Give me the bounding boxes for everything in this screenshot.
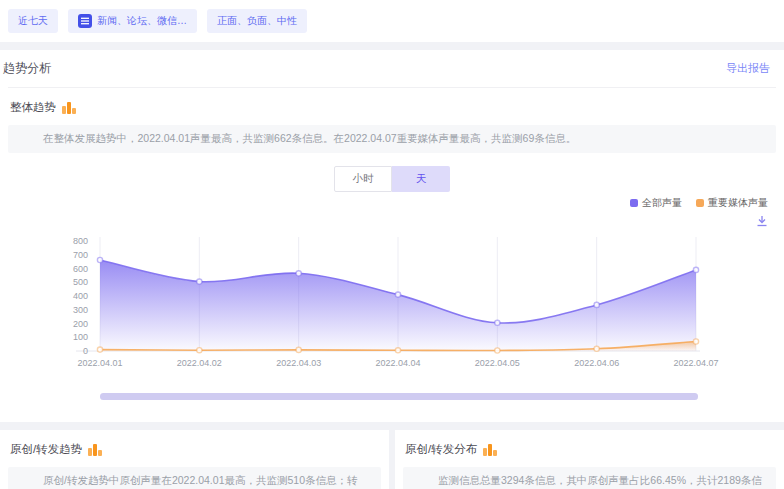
- export-report-link[interactable]: 导出报告: [726, 61, 770, 76]
- filter-bar: 近七天 新闻、论坛、微信… 正面、负面、中性: [0, 0, 784, 42]
- svg-text:300: 300: [73, 305, 88, 315]
- svg-text:0: 0: [83, 346, 88, 356]
- svg-text:2022.04.06: 2022.04.06: [574, 358, 619, 368]
- podium-icon: [88, 443, 102, 456]
- svg-text:2022.04.04: 2022.04.04: [375, 358, 420, 368]
- chart-legend-area: 全部声量重要媒体声量: [8, 192, 776, 227]
- origin-forward-distribution-header: 原创/转发分布: [403, 440, 776, 457]
- overall-trend-summary: 在整体发展趋势中，2022.04.01声量最高，共监测662条信息。在2022.…: [8, 125, 776, 153]
- media-source-chip-label: 新闻、论坛、微信…: [97, 14, 187, 28]
- trend-area-chart[interactable]: 01002003004005006007008002022.04.012022.…: [8, 227, 776, 375]
- time-range-chip-label: 近七天: [18, 14, 48, 28]
- podium-icon: [483, 443, 497, 456]
- card-header: 趋势分析 导出报告: [8, 50, 776, 88]
- svg-text:200: 200: [73, 318, 88, 328]
- svg-text:2022.04.03: 2022.04.03: [276, 358, 321, 368]
- datazoom-track[interactable]: [100, 393, 698, 400]
- svg-text:500: 500: [73, 277, 88, 287]
- trend-analysis-card: 趋势分析 导出报告 整体趋势 在整体发展趋势中，2022.04.01声量最高，共…: [0, 50, 784, 422]
- origin-forward-trend-card: 原创/转发趋势 原创/转发趋势中原创声量在2022.04.01最高，共监测510…: [0, 430, 389, 489]
- podium-icon: [62, 101, 76, 114]
- overall-trend-title: 整体趋势: [10, 100, 56, 115]
- media-source-chip[interactable]: 新闻、论坛、微信…: [68, 9, 197, 33]
- svg-text:100: 100: [73, 332, 88, 342]
- toggle-hour-button[interactable]: 小时: [334, 166, 392, 192]
- sentiment-chip[interactable]: 正面、负面、中性: [207, 9, 307, 33]
- svg-text:400: 400: [73, 291, 88, 301]
- chart-legend: 全部声量重要媒体声量: [630, 196, 768, 210]
- datazoom-slider[interactable]: [100, 393, 698, 400]
- origin-forward-distribution-summary: 监测信息总量3294条信息，其中原创声量占比66.45%，共计2189条信息；转…: [403, 467, 776, 489]
- svg-text:2022.04.05: 2022.04.05: [475, 358, 520, 368]
- overall-trend-header: 整体趋势: [8, 88, 776, 125]
- download-chart-icon[interactable]: [756, 215, 768, 227]
- origin-forward-trend-summary: 原创/转发趋势中原创声量在2022.04.01最高，共监测510条信息；转发声量…: [8, 467, 381, 489]
- toggle-day-button[interactable]: 天: [392, 166, 450, 192]
- origin-forward-trend-header: 原创/转发趋势: [8, 440, 381, 457]
- svg-text:800: 800: [73, 236, 88, 246]
- legend-item[interactable]: 全部声量: [630, 196, 682, 210]
- legend-swatch: [630, 199, 638, 207]
- svg-text:2022.04.02: 2022.04.02: [177, 358, 222, 368]
- legend-swatch: [696, 199, 704, 207]
- granularity-toggle: 小时 天: [8, 166, 776, 192]
- sentiment-chip-label: 正面、负面、中性: [217, 14, 297, 28]
- legend-item[interactable]: 重要媒体声量: [696, 196, 768, 210]
- svg-text:700: 700: [73, 250, 88, 260]
- origin-forward-trend-title: 原创/转发趋势: [10, 442, 82, 457]
- time-range-chip[interactable]: 近七天: [8, 9, 58, 33]
- bottom-cards-row: 原创/转发趋势 原创/转发趋势中原创声量在2022.04.01最高，共监测510…: [0, 430, 784, 489]
- origin-forward-distribution-card: 原创/转发分布 监测信息总量3294条信息，其中原创声量占比66.45%，共计2…: [395, 430, 784, 489]
- svg-text:2022.04.01: 2022.04.01: [77, 358, 122, 368]
- svg-text:2022.04.07: 2022.04.07: [673, 358, 718, 368]
- media-source-icon: [78, 14, 92, 28]
- page-title: 趋势分析: [3, 60, 51, 77]
- svg-text:600: 600: [73, 263, 88, 273]
- origin-forward-distribution-title: 原创/转发分布: [405, 442, 477, 457]
